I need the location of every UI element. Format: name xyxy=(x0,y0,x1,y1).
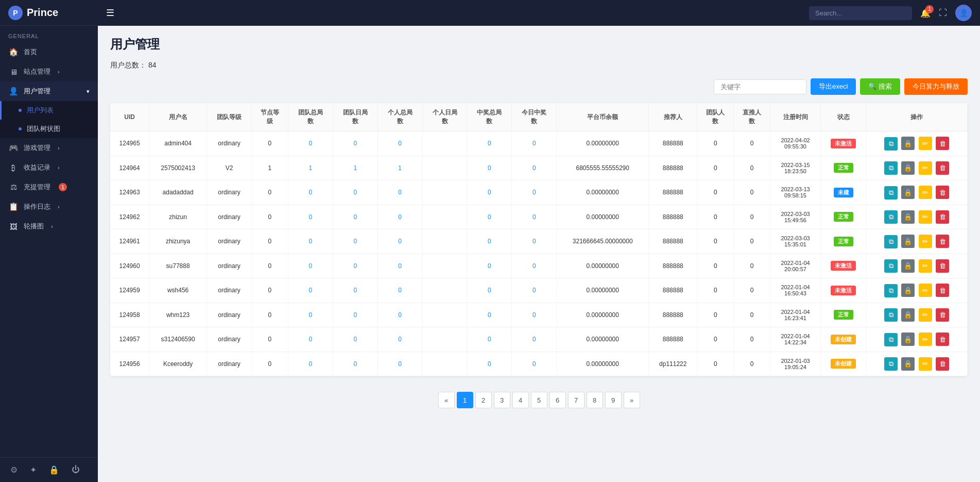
block-button[interactable]: 🔒 xyxy=(901,235,915,248)
edit-button[interactable]: ✏ xyxy=(919,284,932,297)
sidebar-item-user-list[interactable]: 用户列表 xyxy=(0,101,98,120)
cell-team-daily: 0 xyxy=(333,303,377,327)
cell-direct-count: 0 xyxy=(734,352,770,376)
delete-button[interactable]: 🗑 xyxy=(936,235,949,248)
cell-uid: 124963 xyxy=(110,180,149,205)
main-content: 用户管理 用户总数： 84 导出execl 🔍 搜索 今日算力与释放 UID 用… xyxy=(98,26,980,482)
cell-balance: 0.00000000 xyxy=(557,327,649,352)
edit-button[interactable]: ✏ xyxy=(919,357,932,371)
carousel-icon: 🖼 xyxy=(8,222,19,231)
sidebar-item-carousel[interactable]: 🖼 轮播图 › xyxy=(0,217,98,236)
cell-balance: 0.00000000 xyxy=(557,205,649,229)
copy-button[interactable]: ⧉ xyxy=(884,186,898,200)
cell-team-total: 0 xyxy=(288,254,333,278)
block-button[interactable]: 🔒 xyxy=(901,210,915,224)
block-button[interactable]: 🔒 xyxy=(901,333,915,346)
page-next[interactable]: » xyxy=(624,392,640,408)
block-button[interactable]: 🔒 xyxy=(901,186,915,199)
notification-icon[interactable]: 🔔 1 xyxy=(920,8,931,18)
delete-button[interactable]: 🗑 xyxy=(936,161,949,175)
edit-button[interactable]: ✏ xyxy=(919,186,932,199)
block-button[interactable]: 🔒 xyxy=(901,259,915,273)
export-button[interactable]: 导出execl xyxy=(811,78,856,95)
copy-button[interactable]: ⧉ xyxy=(884,161,898,175)
delete-button[interactable]: 🗑 xyxy=(936,210,949,224)
sidebar-item-station[interactable]: 🖥 站点管理 › xyxy=(0,62,98,81)
cell-status: 未建 xyxy=(821,180,866,205)
sidebar-item-home[interactable]: 🏠 首页 xyxy=(0,42,98,62)
sidebar-item-user-tree[interactable]: 团队树状图 xyxy=(0,120,98,138)
user-avatar[interactable]: 👤 xyxy=(955,5,972,21)
hamburger-icon[interactable]: ☰ xyxy=(106,7,114,19)
sidebar-item-oplog[interactable]: 📋 操作日志 › xyxy=(0,197,98,217)
cell-personal-daily xyxy=(422,327,467,352)
edit-button[interactable]: ✏ xyxy=(919,333,932,346)
block-button[interactable]: 🔒 xyxy=(901,308,915,322)
table-header: UID 用户名 团队等级 节点等级 团队总局数 团队日局数 个人总局数 个人日局… xyxy=(110,103,968,131)
edit-button[interactable]: ✏ xyxy=(919,235,932,248)
cell-win-today: 0 xyxy=(512,352,557,376)
search-button[interactable]: 🔍 搜索 xyxy=(860,78,900,95)
copy-button[interactable]: ⧉ xyxy=(884,357,898,371)
delete-button[interactable]: 🗑 xyxy=(936,284,949,297)
sidebar-item-recharge[interactable]: ⚖ 充提管理 1 xyxy=(0,177,98,197)
copy-button[interactable]: ⧉ xyxy=(884,137,898,151)
page-3[interactable]: 3 xyxy=(494,392,510,408)
page-prev[interactable]: « xyxy=(438,392,455,408)
cell-win-today: 0 xyxy=(512,205,557,229)
expand-icon[interactable]: ⛶ xyxy=(939,8,947,18)
delete-button[interactable]: 🗑 xyxy=(936,186,949,199)
app-name: Prince xyxy=(27,7,58,19)
edit-button[interactable]: ✏ xyxy=(919,259,932,273)
pagination: « 1 2 3 4 5 6 7 8 9 » xyxy=(110,387,968,413)
block-button[interactable]: 🔒 xyxy=(901,284,915,297)
edit-button[interactable]: ✏ xyxy=(919,308,932,322)
copy-button[interactable]: ⧉ xyxy=(884,259,898,273)
copy-button[interactable]: ⧉ xyxy=(884,235,898,248)
copy-button[interactable]: ⧉ xyxy=(884,210,898,224)
user-table: UID 用户名 团队等级 节点等级 团队总局数 团队日局数 个人总局数 个人日局… xyxy=(110,103,968,376)
sidebar-label-user: 用户管理 xyxy=(24,87,50,96)
page-6[interactable]: 6 xyxy=(549,392,566,408)
edit-button[interactable]: ✏ xyxy=(919,210,932,224)
cell-personal-daily xyxy=(422,303,467,327)
power-icon[interactable]: ⏻ xyxy=(72,465,80,475)
page-1[interactable]: 1 xyxy=(457,392,473,408)
cell-direct-count: 0 xyxy=(734,254,770,278)
edit-button[interactable]: ✏ xyxy=(919,161,932,175)
th-personal-daily: 个人日局数 xyxy=(422,103,467,131)
edit-button[interactable]: ✏ xyxy=(919,137,932,150)
topbar-search-input[interactable] xyxy=(809,6,912,20)
cell-personal-total: 0 xyxy=(377,131,422,156)
copy-button[interactable]: ⧉ xyxy=(884,284,898,297)
cell-uid: 124962 xyxy=(110,205,149,229)
page-9[interactable]: 9 xyxy=(605,392,622,408)
cell-team-daily: 0 xyxy=(333,229,377,254)
block-button[interactable]: 🔒 xyxy=(901,137,915,150)
delete-button[interactable]: 🗑 xyxy=(936,357,949,371)
today-hashrate-button[interactable]: 今日算力与释放 xyxy=(904,78,968,95)
page-7[interactable]: 7 xyxy=(568,392,584,408)
page-4[interactable]: 4 xyxy=(512,392,529,408)
settings-icon[interactable]: ⚙ xyxy=(10,465,18,475)
sidebar-item-user[interactable]: 👤 用户管理 ▾ xyxy=(0,81,98,101)
block-button[interactable]: 🔒 xyxy=(901,161,915,175)
copy-button[interactable]: ⧉ xyxy=(884,308,898,322)
delete-button[interactable]: 🗑 xyxy=(936,308,949,322)
cell-team-count: 0 xyxy=(697,229,734,254)
sidebar-item-income[interactable]: ₿ 收益记录 › xyxy=(0,158,98,177)
page-8[interactable]: 8 xyxy=(587,392,603,408)
copy-button[interactable]: ⧉ xyxy=(884,333,898,346)
page-2[interactable]: 2 xyxy=(475,392,492,408)
cell-referrer: 888888 xyxy=(649,205,697,229)
extensions-icon[interactable]: ✦ xyxy=(30,465,37,475)
lock-icon[interactable]: 🔒 xyxy=(49,465,59,475)
sidebar-item-game[interactable]: 🎮 游戏管理 › xyxy=(0,138,98,158)
th-direct-count: 直推人数 xyxy=(734,103,770,131)
keyword-search-input[interactable] xyxy=(714,79,806,94)
block-button[interactable]: 🔒 xyxy=(901,357,915,371)
delete-button[interactable]: 🗑 xyxy=(936,259,949,273)
page-5[interactable]: 5 xyxy=(531,392,547,408)
delete-button[interactable]: 🗑 xyxy=(936,333,949,346)
delete-button[interactable]: 🗑 xyxy=(936,137,949,150)
